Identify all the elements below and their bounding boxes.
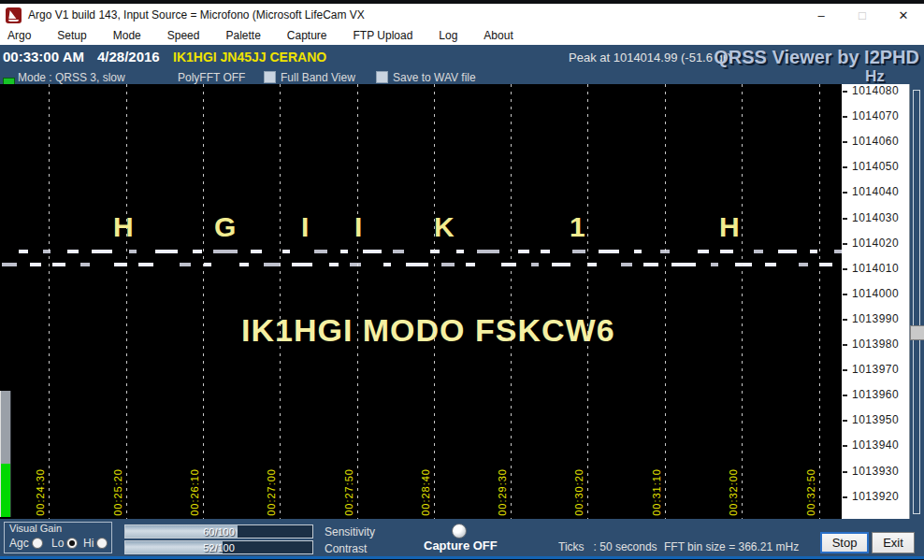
time-gridline [126,84,127,519]
freq-label: 1014010 [852,262,899,275]
menu-palette[interactable]: Palette [212,26,273,45]
exit-button[interactable]: Exit [872,532,915,553]
time-tick-label: 00:31:10 [651,468,662,516]
freq-tick [843,496,847,498]
freq-tick [843,420,847,422]
maximize-button[interactable]: □ [842,4,883,26]
clock-date: 00:33:00 AM4/28/2016 [3,49,160,65]
save-wav-checkbox[interactable] [376,71,388,83]
slider-thumb[interactable] [910,325,924,340]
freq-label: 1013990 [852,312,899,325]
freq-label: 1013950 [852,413,899,426]
peak-readout: Peak at 1014014.99 (-51.6 dB) [569,50,735,65]
time-tick-label: 00:26:10 [189,468,200,516]
time-tick-label: 00:32:00 [728,468,739,516]
frequency-scale: 1014080101407010140601014050101404010140… [842,84,910,519]
capture-status: Capture OFF [424,538,498,553]
time-gridline [280,84,281,519]
visual-gain-group: Visual Gain AgcLoHi [4,522,112,553]
freq-tick [843,218,847,220]
menu-ftp-upload[interactable]: FTP Upload [340,26,426,45]
time-tick-label: 00:28:40 [420,468,431,516]
time-tick-label: 00:29:30 [497,468,508,516]
waterfall-overlay-text: IK1HGI MODO FSKCW6 [241,312,615,349]
freq-label: 1014040 [852,185,899,198]
time-gridline [819,84,820,519]
full-band-view-checkbox[interactable] [264,71,276,83]
contrast-label: Contrast [325,542,367,555]
time-gridline [203,84,204,519]
menu-bar: ArgoSetupModeSpeedPaletteCaptureFTP Uplo… [0,26,924,45]
slider-groove [913,90,920,514]
decoded-letter: I [301,213,309,241]
freq-tick [843,395,847,396]
freq-label: 1013960 [852,388,899,401]
freq-label: 1013980 [852,337,899,351]
time-tick-label: 00:30:20 [573,468,585,516]
freq-tick [843,268,847,270]
mode-row: Mode : QRSS 3, slow PolyFFT OFF Full Ban… [0,71,924,84]
freq-label: 1013930 [852,465,899,478]
freq-tick [843,116,847,118]
radio-agc[interactable]: Agc [9,537,43,550]
callsign-label: IK1HGI JN45JJ CERANO [173,50,326,65]
freq-tick [843,166,847,168]
decoded-letter: H [113,213,134,241]
contrast-slider[interactable]: 52/100 [124,540,313,554]
bottom-control-bar: Visual Gain AgcLoHi 60/100 52/100 Sensit… [0,519,924,556]
radio-circle-icon[interactable] [32,538,43,549]
polyfft-status[interactable]: PolyFFT OFF [178,71,245,84]
menu-setup[interactable]: Setup [44,26,99,45]
time-gridline [357,84,358,519]
ticks-info: Ticks : 50 seconds [558,540,657,553]
time-gridline [49,84,50,519]
minimize-button[interactable]: – [801,4,842,26]
sensitivity-slider[interactable]: 60/100 [124,524,313,538]
frequency-slider[interactable] [910,84,924,519]
clock: 00:33:00 AM [3,49,84,65]
visual-gain-radios: AgcLoHi [5,536,111,551]
menu-about[interactable]: About [470,26,526,45]
menu-speed[interactable]: Speed [154,26,213,45]
time-gridline [587,84,588,519]
freq-tick [843,319,847,321]
sensitivity-label: Sensitivity [325,525,375,538]
capture-led-icon [452,524,467,538]
time-tick-label: 00:27:50 [343,468,354,516]
freq-label: 1014070 [852,109,899,122]
radio-label: Lo [51,537,64,550]
decoded-letter: K [434,213,455,241]
freq-tick [843,369,847,371]
time-tick-label: 00:27:00 [266,468,277,516]
time-tick-label: 00:24:30 [35,468,46,516]
freq-label: 1013970 [852,363,899,376]
window-controls: – □ ✕ [801,4,924,26]
menu-capture[interactable]: Capture [274,26,340,45]
status-header: 00:33:00 AM4/28/2016 IK1HGI JN45JJ CERAN… [0,45,924,84]
radio-hi[interactable]: Hi [83,537,108,550]
freq-tick [843,192,847,194]
freq-label: 1014060 [852,135,899,148]
menu-argo[interactable]: Argo [0,26,44,45]
close-button[interactable]: ✕ [883,4,924,26]
menu-mode[interactable]: Mode [100,26,154,45]
stop-button[interactable]: Stop [820,532,869,553]
radio-circle-icon[interactable] [96,538,108,549]
freq-label: 1014030 [852,211,899,224]
meter-track [1,391,10,464]
argo-logo-icon [6,7,22,23]
radio-circle-icon[interactable] [66,538,78,549]
decoded-letter: I [354,213,362,241]
radio-label: Agc [9,537,29,550]
radio-lo[interactable]: Lo [51,537,78,550]
date: 4/28/2016 [97,49,160,65]
argo-window: Argo V1 build 143, Input Source = Microf… [0,0,924,560]
window-title: Argo V1 build 143, Input Source = Microf… [28,8,365,22]
freq-label: 1014050 [852,160,899,173]
freq-tick [843,91,847,93]
menu-log[interactable]: Log [426,26,470,45]
decoded-letter: H [719,213,740,241]
full-band-view-label: Full Band View [281,71,355,84]
save-wav-label: Save to WAV file [393,71,476,84]
decoded-letter: G [214,213,236,241]
